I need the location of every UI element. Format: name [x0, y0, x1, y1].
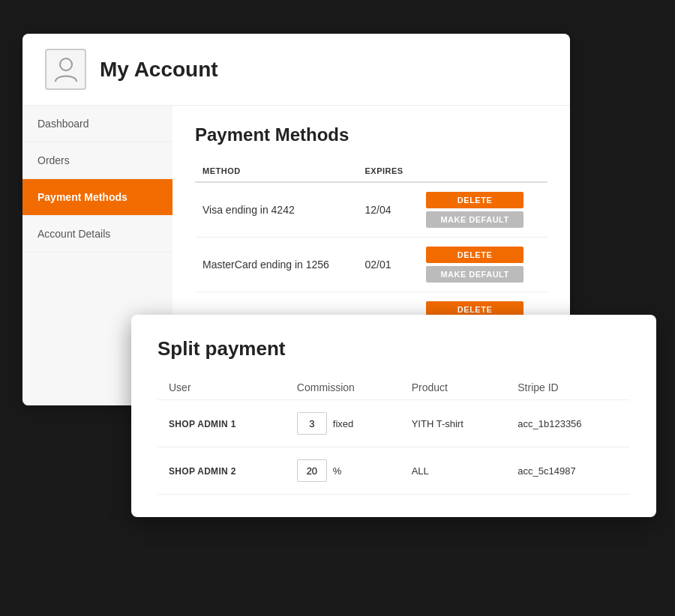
split-product: YITH T-shirt [400, 400, 507, 447]
method-actions: DELETE MAKE DEFAULT [418, 182, 548, 238]
method-expires: 12/04 [357, 182, 418, 238]
make-default-button[interactable]: MAKE DEFAULT [426, 211, 524, 228]
split-col-commission: Commission [286, 375, 400, 400]
delete-button[interactable]: DELETE [426, 247, 524, 263]
method-name: MasterCard ending in 1256 [195, 238, 357, 292]
split-user-name: SHOP ADMIN 1 [169, 419, 236, 429]
commission-value-input[interactable] [297, 412, 327, 435]
account-header: My Account [22, 34, 570, 106]
split-table-row: SHOP ADMIN 1 fixed YITH T-shirt acc_1b12… [158, 400, 630, 447]
commission-type: fixed [333, 418, 353, 429]
split-payment-card: Split payment User Commission Product St… [131, 315, 656, 517]
split-col-product: Product [400, 375, 507, 400]
split-payment-table: User Commission Product Stripe ID SHOP A… [158, 375, 630, 495]
svg-point-0 [60, 58, 72, 70]
split-table-row: SHOP ADMIN 2 % ALL acc_5c14987 [158, 447, 630, 495]
payment-methods-title: Payment Methods [195, 124, 548, 145]
make-default-button[interactable]: MAKE DEFAULT [426, 266, 524, 283]
split-col-stripe-id: Stripe ID [506, 375, 630, 400]
delete-button[interactable]: DELETE [426, 192, 524, 208]
avatar [45, 49, 86, 90]
commission-cell: % [297, 459, 342, 482]
table-row: MasterCard ending in 1256 02/01 DELETE M… [195, 238, 548, 292]
split-stripe-id: acc_5c14987 [506, 447, 630, 495]
col-expires: EXPIRES [357, 160, 418, 182]
method-name: Visa ending in 4242 [195, 182, 357, 238]
commission-value-input[interactable] [297, 459, 327, 482]
split-stripe-id: acc_1b123356 [506, 400, 630, 447]
split-user-name: SHOP ADMIN 2 [169, 466, 236, 477]
commission-type: % [333, 465, 342, 477]
split-product: ALL [400, 447, 507, 495]
method-actions: DELETE MAKE DEFAULT [418, 238, 548, 292]
sidebar-item-account-details[interactable]: Account Details [22, 216, 172, 253]
col-actions [418, 160, 548, 182]
table-row: Visa ending in 4242 12/04 DELETE MAKE DE… [195, 182, 548, 238]
split-payment-title: Split payment [158, 337, 630, 360]
sidebar-item-dashboard[interactable]: Dashboard [22, 106, 172, 142]
split-col-user: User [158, 375, 286, 400]
sidebar-item-payment-methods[interactable]: Payment Methods [22, 179, 172, 216]
sidebar-item-orders[interactable]: Orders [22, 142, 172, 179]
commission-cell: fixed [297, 412, 353, 435]
col-method: METHOD [195, 160, 357, 182]
method-expires: 02/01 [357, 238, 418, 292]
page-title: My Account [100, 58, 218, 82]
